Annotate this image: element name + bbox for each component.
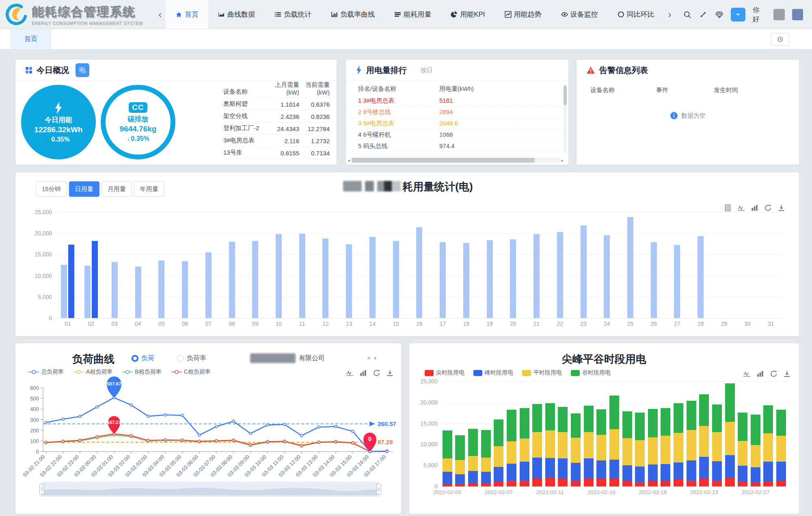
legend-item[interactable]: 尖时段用电: [425, 369, 464, 376]
stack-segment: [558, 458, 568, 479]
stack-segment: [584, 479, 594, 486]
nav-item-energy-usage[interactable]: 能耗用量: [384, 0, 441, 29]
company-select[interactable]: 有限公司 × ▾: [250, 353, 376, 363]
datazoom-slider[interactable]: [41, 482, 379, 497]
download-icon[interactable]: [777, 204, 785, 212]
x-axis-label: 2022-02-27: [741, 489, 769, 495]
col-header: 当前需量 (kW): [299, 81, 330, 96]
bar-chart-toggle-icon[interactable]: [359, 369, 367, 377]
stack-segment: [520, 481, 529, 487]
avatar[interactable]: [773, 9, 784, 20]
ranking-mode-daily[interactable]: 按日: [421, 67, 433, 74]
stack-segment: [776, 436, 786, 462]
bar-chart-toggle-icon[interactable]: [751, 204, 758, 212]
nav-item-kpi[interactable]: 用能KPI: [441, 0, 495, 29]
stack-segment: [584, 432, 594, 458]
refresh-icon[interactable]: [764, 204, 772, 212]
nav-item-label: 首页: [185, 10, 199, 19]
legend-item[interactable]: 总负荷率: [28, 368, 64, 376]
stack-segment: [674, 462, 683, 480]
stack-segment: [571, 481, 581, 487]
alarm-empty-state: 数据为空: [577, 112, 799, 120]
legend-item[interactable]: C相负荷率: [171, 368, 211, 376]
line-chart-toggle-icon[interactable]: [737, 204, 745, 212]
data-view-icon[interactable]: [724, 204, 732, 212]
stack-segment: [481, 430, 491, 458]
daily-energy-chart-card: 15分钟 日用量 月用量 年用量 耗用量统计(电) 25,00020,00015…: [15, 172, 799, 336]
download-icon[interactable]: [783, 370, 791, 378]
legend-item[interactable]: 谷时段用电: [571, 369, 611, 376]
stack-segment: [558, 478, 568, 486]
cc-icon: CC: [129, 102, 147, 113]
datazoom-handle-right[interactable]: [376, 484, 381, 494]
stack-segment: [571, 413, 581, 438]
nav-collapse-chevron-icon[interactable]: ‹: [154, 9, 166, 20]
select-caret-icon[interactable]: ▾: [374, 355, 376, 361]
dropdown-button[interactable]: [731, 8, 745, 22]
stacked-bar: [596, 409, 606, 486]
electricity-badge[interactable]: 电: [76, 63, 89, 77]
tab-home[interactable]: 首页: [11, 29, 51, 49]
stack-segment: [596, 460, 606, 479]
ranking-vscrollbar[interactable]: [564, 85, 567, 153]
nav-item-device-monitor[interactable]: 设备监控: [551, 0, 608, 29]
legend-item[interactable]: 平时段用电: [522, 369, 562, 376]
datazoom-handle-left[interactable]: [39, 484, 44, 494]
alarm-col-device: 设备名称: [590, 86, 656, 94]
nav-item-curve-data[interactable]: 曲线数据: [208, 0, 265, 29]
nav-item-compare[interactable]: 同比环比: [608, 0, 664, 29]
legend-marker-icon: [28, 370, 39, 374]
stack-segment: [776, 481, 786, 487]
y-axis-label: 10,000: [412, 441, 438, 447]
ranking-hscrollbar[interactable]: ◂ ▸: [346, 157, 565, 163]
stack-segment: [443, 430, 452, 458]
line-chart-toggle-icon[interactable]: [346, 369, 354, 377]
nav-overflow-chevron-icon[interactable]: ›: [664, 9, 676, 20]
refresh-icon[interactable]: [770, 370, 777, 378]
svg-text:260.57: 260.57: [378, 420, 396, 427]
tab-options-button[interactable]: [771, 33, 789, 46]
legend-item[interactable]: 峰时段用电: [473, 369, 513, 376]
search-icon[interactable]: [683, 10, 692, 19]
redacted-title-block: [377, 181, 401, 191]
fullscreen-icon[interactable]: [699, 10, 708, 19]
legend-item[interactable]: A相负荷率: [73, 368, 112, 376]
scroll-right-icon[interactable]: ▸: [559, 158, 565, 163]
radio-load-rate[interactable]: 负荷率: [177, 354, 206, 363]
bar: [440, 242, 446, 318]
x-axis-label: 23: [580, 320, 587, 327]
download-icon[interactable]: [386, 369, 394, 377]
chart-title: 尖峰平谷时段用电: [409, 352, 799, 366]
stack-segment: [687, 460, 696, 481]
legend-item[interactable]: B相负荷率: [122, 368, 161, 376]
clear-icon[interactable]: ×: [367, 355, 371, 362]
gridline: [441, 486, 788, 487]
stacked-bar: [481, 430, 491, 486]
radio-load[interactable]: 负荷: [132, 354, 154, 363]
scroll-left-icon[interactable]: ◂: [346, 158, 352, 163]
nav-item-load-stats[interactable]: 负载统计: [265, 0, 321, 29]
bar-chart-toggle-icon[interactable]: [756, 370, 764, 378]
stacked-bar: [751, 415, 760, 486]
stacked-bar: [507, 410, 516, 486]
line-chart-toggle-icon[interactable]: [743, 370, 751, 378]
tou-legend: 尖时段用电峰时段用电平时段用电谷时段用电: [425, 369, 611, 376]
x-axis-label: 01: [65, 320, 71, 327]
bar: [463, 243, 469, 318]
stack-segment: [635, 440, 645, 467]
hscroll-thumb[interactable]: [352, 158, 535, 163]
x-axis-label: 14: [369, 320, 376, 327]
refresh-icon[interactable]: [373, 369, 380, 377]
table-row: 架空分线2.42360.8236: [223, 110, 330, 123]
table-row: 3#电房总表2.1161.2732: [223, 135, 330, 147]
bar: [533, 234, 540, 318]
x-axis-label: 07: [205, 320, 212, 327]
nav-item-energy-trend[interactable]: 用能趋势: [495, 0, 551, 29]
vscroll-thumb[interactable]: [564, 86, 567, 105]
nav-item-load-rate-curve[interactable]: 负载率曲线: [321, 0, 384, 29]
user-menu-square[interactable]: [792, 9, 803, 20]
y-axis-label: 20,000: [412, 399, 438, 406]
nav-item-home[interactable]: 首页: [166, 0, 208, 29]
stack-segment: [674, 479, 683, 486]
gem-icon[interactable]: [715, 10, 724, 19]
